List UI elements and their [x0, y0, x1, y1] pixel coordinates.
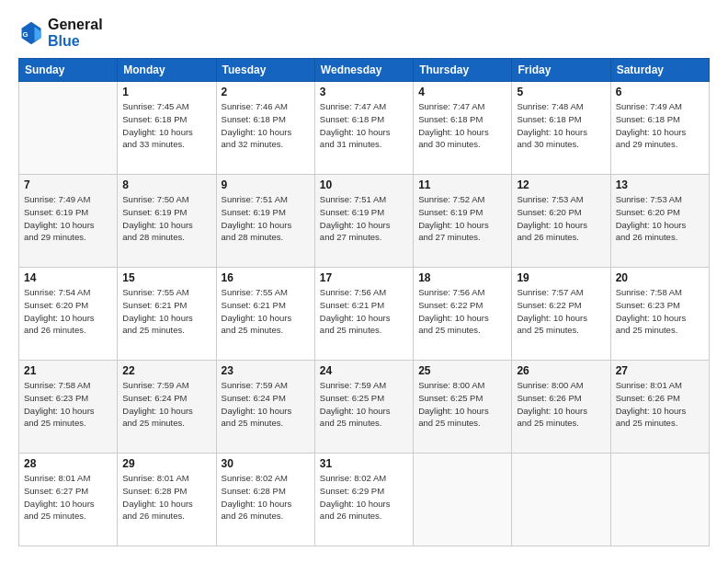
- day-number: 19: [517, 271, 605, 284]
- logo-icon: G: [18, 20, 44, 46]
- cell-info: Sunrise: 7:53 AM Sunset: 6:20 PM Dayligh…: [616, 193, 704, 244]
- calendar-cell: 28Sunrise: 8:01 AM Sunset: 6:27 PM Dayli…: [19, 454, 118, 546]
- day-number: 17: [320, 271, 408, 284]
- day-number: 8: [122, 178, 210, 191]
- logo: G General Blue: [18, 17, 103, 49]
- day-number: 22: [122, 364, 210, 377]
- calendar-cell: 30Sunrise: 8:02 AM Sunset: 6:28 PM Dayli…: [216, 454, 314, 546]
- calendar-table: SundayMondayTuesdayWednesdayThursdayFrid…: [18, 58, 710, 546]
- day-number: 5: [517, 86, 605, 98]
- cell-info: Sunrise: 7:53 AM Sunset: 6:20 PM Dayligh…: [517, 193, 605, 244]
- day-number: 10: [320, 178, 408, 191]
- calendar-cell: 24Sunrise: 7:59 AM Sunset: 6:25 PM Dayli…: [314, 361, 413, 454]
- calendar-cell: [414, 454, 512, 546]
- cell-info: Sunrise: 7:55 AM Sunset: 6:21 PM Dayligh…: [122, 286, 210, 337]
- cell-info: Sunrise: 7:56 AM Sunset: 6:22 PM Dayligh…: [418, 286, 506, 337]
- cell-info: Sunrise: 7:47 AM Sunset: 6:18 PM Dayligh…: [418, 100, 506, 151]
- weekday-header-sunday: Sunday: [19, 59, 118, 82]
- calendar-cell: 14Sunrise: 7:54 AM Sunset: 6:20 PM Dayli…: [19, 268, 118, 361]
- day-number: 6: [616, 86, 704, 98]
- calendar-cell: 7Sunrise: 7:49 AM Sunset: 6:19 PM Daylig…: [19, 175, 118, 268]
- calendar-cell: 3Sunrise: 7:47 AM Sunset: 6:18 PM Daylig…: [314, 82, 413, 175]
- calendar-cell: 13Sunrise: 7:53 AM Sunset: 6:20 PM Dayli…: [610, 175, 709, 268]
- cell-info: Sunrise: 7:59 AM Sunset: 6:25 PM Dayligh…: [320, 379, 408, 430]
- day-number: 11: [418, 178, 506, 191]
- header: G General Blue: [18, 17, 710, 49]
- calendar-cell: 25Sunrise: 8:00 AM Sunset: 6:25 PM Dayli…: [414, 361, 512, 454]
- weekday-header-monday: Monday: [118, 59, 216, 82]
- calendar-cell: [512, 454, 610, 546]
- cell-info: Sunrise: 7:48 AM Sunset: 6:18 PM Dayligh…: [517, 100, 605, 151]
- calendar-cell: 15Sunrise: 7:55 AM Sunset: 6:21 PM Dayli…: [118, 268, 216, 361]
- cell-info: Sunrise: 7:52 AM Sunset: 6:19 PM Dayligh…: [418, 193, 506, 244]
- cell-info: Sunrise: 8:02 AM Sunset: 6:28 PM Dayligh…: [222, 472, 310, 523]
- calendar-cell: 2Sunrise: 7:46 AM Sunset: 6:18 PM Daylig…: [216, 82, 314, 175]
- cell-info: Sunrise: 7:49 AM Sunset: 6:18 PM Dayligh…: [616, 100, 704, 151]
- day-number: 12: [517, 178, 605, 191]
- cell-info: Sunrise: 8:01 AM Sunset: 6:26 PM Dayligh…: [616, 379, 704, 430]
- calendar-cell: 31Sunrise: 8:02 AM Sunset: 6:29 PM Dayli…: [314, 454, 413, 546]
- day-number: 30: [222, 457, 310, 470]
- calendar-cell: 16Sunrise: 7:55 AM Sunset: 6:21 PM Dayli…: [216, 268, 314, 361]
- calendar-cell: 9Sunrise: 7:51 AM Sunset: 6:19 PM Daylig…: [216, 175, 314, 268]
- cell-info: Sunrise: 7:58 AM Sunset: 6:23 PM Dayligh…: [616, 286, 704, 337]
- day-number: 28: [24, 457, 112, 470]
- cell-info: Sunrise: 8:00 AM Sunset: 6:25 PM Dayligh…: [418, 379, 506, 430]
- cell-info: Sunrise: 8:01 AM Sunset: 6:28 PM Dayligh…: [122, 472, 210, 523]
- cell-info: Sunrise: 7:57 AM Sunset: 6:22 PM Dayligh…: [517, 286, 605, 337]
- calendar-cell: 22Sunrise: 7:59 AM Sunset: 6:24 PM Dayli…: [118, 361, 216, 454]
- calendar-cell: 19Sunrise: 7:57 AM Sunset: 6:22 PM Dayli…: [512, 268, 610, 361]
- day-number: 14: [24, 271, 112, 284]
- day-number: 29: [122, 457, 210, 470]
- calendar-cell: 27Sunrise: 8:01 AM Sunset: 6:26 PM Dayli…: [610, 361, 709, 454]
- cell-info: Sunrise: 8:01 AM Sunset: 6:27 PM Dayligh…: [24, 472, 112, 523]
- calendar-cell: 26Sunrise: 8:00 AM Sunset: 6:26 PM Dayli…: [512, 361, 610, 454]
- logo-text: General Blue: [48, 17, 103, 49]
- calendar-cell: 1Sunrise: 7:45 AM Sunset: 6:18 PM Daylig…: [118, 82, 216, 175]
- day-number: 3: [320, 86, 408, 98]
- cell-info: Sunrise: 7:59 AM Sunset: 6:24 PM Dayligh…: [122, 379, 210, 430]
- calendar-cell: 10Sunrise: 7:51 AM Sunset: 6:19 PM Dayli…: [314, 175, 413, 268]
- cell-info: Sunrise: 7:51 AM Sunset: 6:19 PM Dayligh…: [320, 193, 408, 244]
- calendar-cell: 29Sunrise: 8:01 AM Sunset: 6:28 PM Dayli…: [118, 454, 216, 546]
- day-number: 26: [517, 364, 605, 377]
- cell-info: Sunrise: 7:46 AM Sunset: 6:18 PM Dayligh…: [222, 100, 310, 151]
- day-number: 31: [320, 457, 408, 470]
- day-number: 4: [418, 86, 506, 98]
- day-number: 23: [222, 364, 310, 377]
- weekday-header-tuesday: Tuesday: [216, 59, 314, 82]
- calendar-cell: 21Sunrise: 7:58 AM Sunset: 6:23 PM Dayli…: [19, 361, 118, 454]
- calendar-cell: 8Sunrise: 7:50 AM Sunset: 6:19 PM Daylig…: [118, 175, 216, 268]
- cell-info: Sunrise: 7:58 AM Sunset: 6:23 PM Dayligh…: [24, 379, 112, 430]
- cell-info: Sunrise: 7:47 AM Sunset: 6:18 PM Dayligh…: [320, 100, 408, 151]
- calendar-cell: [610, 454, 709, 546]
- day-number: 15: [122, 271, 210, 284]
- day-number: 7: [24, 178, 112, 191]
- calendar-cell: 20Sunrise: 7:58 AM Sunset: 6:23 PM Dayli…: [610, 268, 709, 361]
- weekday-header-friday: Friday: [512, 59, 610, 82]
- calendar-cell: 5Sunrise: 7:48 AM Sunset: 6:18 PM Daylig…: [512, 82, 610, 175]
- cell-info: Sunrise: 7:51 AM Sunset: 6:19 PM Dayligh…: [222, 193, 310, 244]
- weekday-header-saturday: Saturday: [610, 59, 709, 82]
- day-number: 9: [222, 178, 310, 191]
- cell-info: Sunrise: 7:45 AM Sunset: 6:18 PM Dayligh…: [122, 100, 210, 151]
- day-number: 16: [222, 271, 310, 284]
- day-number: 21: [24, 364, 112, 377]
- calendar-cell: 12Sunrise: 7:53 AM Sunset: 6:20 PM Dayli…: [512, 175, 610, 268]
- calendar-cell: 18Sunrise: 7:56 AM Sunset: 6:22 PM Dayli…: [414, 268, 512, 361]
- calendar-cell: 11Sunrise: 7:52 AM Sunset: 6:19 PM Dayli…: [414, 175, 512, 268]
- svg-text:G: G: [22, 29, 28, 38]
- cell-info: Sunrise: 7:50 AM Sunset: 6:19 PM Dayligh…: [122, 193, 210, 244]
- calendar-cell: 23Sunrise: 7:59 AM Sunset: 6:24 PM Dayli…: [216, 361, 314, 454]
- cell-info: Sunrise: 7:49 AM Sunset: 6:19 PM Dayligh…: [24, 193, 112, 244]
- calendar-cell: [19, 82, 118, 175]
- day-number: 2: [222, 86, 310, 98]
- cell-info: Sunrise: 8:02 AM Sunset: 6:29 PM Dayligh…: [320, 472, 408, 523]
- cell-info: Sunrise: 8:00 AM Sunset: 6:26 PM Dayligh…: [517, 379, 605, 430]
- cell-info: Sunrise: 7:55 AM Sunset: 6:21 PM Dayligh…: [222, 286, 310, 337]
- weekday-header-thursday: Thursday: [414, 59, 512, 82]
- weekday-header-wednesday: Wednesday: [314, 59, 413, 82]
- day-number: 27: [616, 364, 704, 377]
- calendar-cell: 6Sunrise: 7:49 AM Sunset: 6:18 PM Daylig…: [610, 82, 709, 175]
- day-number: 1: [122, 86, 210, 98]
